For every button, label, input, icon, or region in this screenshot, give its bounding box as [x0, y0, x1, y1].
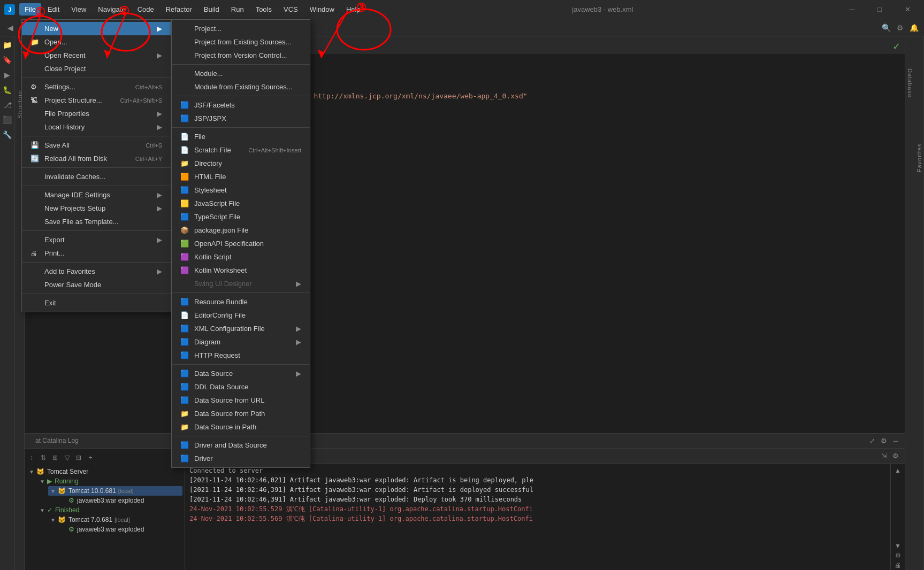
menu-run[interactable]: Run — [226, 3, 249, 16]
menu-export[interactable]: Export ▶ — [22, 233, 171, 247]
submenu-module-existing[interactable]: Module from Existing Sources... — [172, 80, 310, 94]
submenu-project-existing[interactable]: Project from Existing Sources... — [172, 35, 310, 49]
menu-close-project[interactable]: Close Project — [22, 62, 171, 75]
menu-code[interactable]: Code — [132, 3, 159, 16]
panel-close-icon[interactable]: ─ — [891, 436, 900, 446]
menu-file[interactable]: File — [19, 3, 41, 16]
submenu-openapi[interactable]: 🟩 OpenAPI Specification — [172, 237, 310, 250]
menu-new-projects-setup[interactable]: New Projects Setup ▶ — [22, 202, 171, 215]
menu-navigate[interactable]: Navigate — [93, 3, 131, 16]
submenu-resource-bundle[interactable]: 🟦 Resource Bundle — [172, 295, 310, 309]
menu-view[interactable]: View — [66, 3, 91, 16]
menu-vcs[interactable]: VCS — [278, 3, 303, 16]
menu-save-all[interactable]: 💾 Save All Ctrl+S — [22, 138, 171, 152]
sidebar-debug-icon[interactable]: 🐛 — [1, 83, 14, 96]
submenu-jsp[interactable]: 🟦 JSP/JSPX — [172, 112, 310, 125]
tree-javaweb3-war[interactable]: ⚙ javaweb3:war exploded — [59, 496, 182, 505]
services-add-icon[interactable]: + — [86, 453, 95, 463]
services-collapse-icon[interactable]: ⇅ — [39, 453, 48, 463]
tree-tomcat-10[interactable]: ▼ 🐱 Tomcat 10.0.681 [local] — [48, 486, 182, 496]
submenu-data-source-url[interactable]: 🟦 Data Source from URL — [172, 394, 310, 407]
notifications-icon[interactable]: 🔔 — [908, 22, 920, 34]
sidebar-services-icon[interactable]: 🔧 — [1, 128, 14, 141]
back-icon[interactable]: ◀ — [4, 22, 16, 34]
tree-tomcat-7[interactable]: ▼ 🐱 Tomcat 7.0.681 [local] — [48, 515, 182, 525]
submenu-ts[interactable]: 🟦 TypeScript File — [172, 210, 310, 224]
tree-finished[interactable]: ▼ ✓ Finished — [37, 505, 182, 515]
output-deploy-icon[interactable]: ⇲ — [879, 451, 889, 461]
openapi-icon: 🟩 — [180, 240, 190, 248]
menu-help[interactable]: Help — [341, 3, 366, 16]
submenu-data-source[interactable]: 🟦 Data Source ▶ — [172, 367, 310, 380]
submenu-driver-data-source[interactable]: 🟦 Driver and Data Source — [172, 438, 310, 452]
services-group-icon[interactable]: ⊞ — [50, 453, 60, 463]
menu-local-history[interactable]: Local History ▶ — [22, 120, 171, 134]
submenu-data-source-path[interactable]: 📁 Data Source from Path — [172, 407, 310, 420]
menu-file-properties[interactable]: File Properties ▶ — [22, 107, 171, 120]
menu-open[interactable]: 📁 Open... — [22, 35, 171, 49]
services-expand-icon[interactable]: ↕ — [27, 453, 36, 463]
menu-window[interactable]: Window — [304, 3, 340, 16]
menu-settings[interactable]: ⚙ Settings... Ctrl+Alt+S — [22, 80, 171, 94]
scroll-print-icon[interactable]: 🖨 — [893, 560, 903, 570]
search-everywhere-icon[interactable]: 🔍 — [880, 22, 892, 34]
menu-reload[interactable]: 🔄 Reload All from Disk Ctrl+Alt+Y — [22, 152, 171, 165]
xml-config-icon: 🟦 — [180, 325, 190, 333]
tree-javaweb3-war-7[interactable]: ⚙ javaweb3:war exploded — [59, 525, 182, 534]
menu-new[interactable]: New ▶ — [22, 22, 171, 35]
menu-refactor[interactable]: Refactor — [161, 3, 197, 16]
submenu-http-request[interactable]: 🟦 HTTP Request — [172, 349, 310, 362]
sidebar-project-icon[interactable]: 📁 — [1, 38, 14, 51]
submenu-module[interactable]: Module... — [172, 67, 310, 80]
menu-exit[interactable]: Exit — [22, 296, 171, 310]
services-remove-icon[interactable]: ⊟ — [74, 453, 83, 463]
scroll-settings-icon[interactable]: ⚙ — [893, 551, 903, 560]
sidebar-git-icon[interactable]: ⎇ — [1, 98, 14, 111]
sidebar-bookmark-icon[interactable]: 🔖 — [1, 53, 14, 66]
services-filter-icon[interactable]: ▽ — [62, 453, 72, 463]
panel-settings-icon[interactable]: ⚙ — [879, 436, 889, 446]
submenu-jsf[interactable]: 🟦 JSF/Facelets — [172, 98, 310, 112]
menu-edit[interactable]: Edit — [42, 3, 65, 16]
submenu-kotlin-worksheet[interactable]: 🟪 Kotlin Worksheet — [172, 264, 310, 277]
submenu-data-source-in-path[interactable]: 📁 Data Source in Path — [172, 420, 310, 434]
menu-print[interactable]: 🖨 Print... — [22, 247, 171, 260]
submenu-kotlin-script[interactable]: 🟪 Kotlin Script — [172, 250, 310, 264]
minimize-button[interactable]: ─ — [839, 2, 864, 17]
menu-open-recent[interactable]: Open Recent ▶ — [22, 49, 171, 62]
menu-manage-ide[interactable]: Manage IDE Settings ▶ — [22, 188, 171, 202]
menu-build[interactable]: Build — [198, 3, 225, 16]
submenu-html[interactable]: 🟧 HTML File — [172, 170, 310, 183]
submenu-stylesheet[interactable]: 🟦 Stylesheet — [172, 183, 310, 197]
scroll-up-icon[interactable]: ▲ — [893, 466, 903, 475]
submenu-project[interactable]: Project... — [172, 22, 310, 35]
submenu-diagram[interactable]: 🟦 Diagram ▶ — [172, 335, 310, 349]
menu-invalidate-caches[interactable]: Invalidate Caches... — [22, 170, 171, 183]
submenu-xml-config[interactable]: 🟦 XML Configuration File ▶ — [172, 322, 310, 335]
tab-catalina-log[interactable]: at Catalina Log — [29, 434, 85, 449]
tree-tomcat-server[interactable]: ▼ 🐱 Tomcat Server — [27, 467, 182, 476]
menu-save-file-template[interactable]: Save File as Template... — [22, 215, 171, 228]
submenu-file[interactable]: 📄 File — [172, 130, 310, 143]
submenu-project-vcs[interactable]: Project from Version Control... — [172, 49, 310, 62]
submenu-driver[interactable]: 🟦 Driver — [172, 452, 310, 465]
sidebar-run-icon[interactable]: ▶ — [1, 68, 14, 81]
close-button[interactable]: ✕ — [895, 2, 920, 17]
submenu-editorconfig[interactable]: 📄 EditorConfig File — [172, 309, 310, 322]
settings-icon-2[interactable]: ⚙ — [894, 22, 906, 34]
submenu-scratch[interactable]: 📄 Scratch File Ctrl+Alt+Shift+Insert — [172, 143, 310, 157]
submenu-pkg-json[interactable]: 📦 package.json File — [172, 224, 310, 237]
submenu-ddl-data-source[interactable]: 🟦 DDL Data Source — [172, 380, 310, 394]
maximize-button[interactable]: □ — [867, 2, 892, 17]
tree-running[interactable]: ▼ ▶ Running — [37, 476, 182, 486]
menu-add-favorites[interactable]: Add to Favorites ▶ — [22, 265, 171, 278]
menu-power-save[interactable]: Power Save Mode — [22, 278, 171, 291]
expand-icon[interactable]: ⤢ — [867, 436, 877, 446]
menu-tools[interactable]: Tools — [250, 3, 277, 16]
submenu-directory[interactable]: 📁 Directory — [172, 157, 310, 170]
sidebar-terminal-icon[interactable]: ⬛ — [1, 113, 14, 126]
menu-project-structure[interactable]: 🏗 Project Structure... Ctrl+Alt+Shift+S — [22, 94, 171, 107]
submenu-js[interactable]: 🟨 JavaScript File — [172, 197, 310, 210]
scroll-down-icon[interactable]: ▼ — [893, 541, 903, 551]
output-settings-icon[interactable]: ⚙ — [891, 451, 900, 461]
